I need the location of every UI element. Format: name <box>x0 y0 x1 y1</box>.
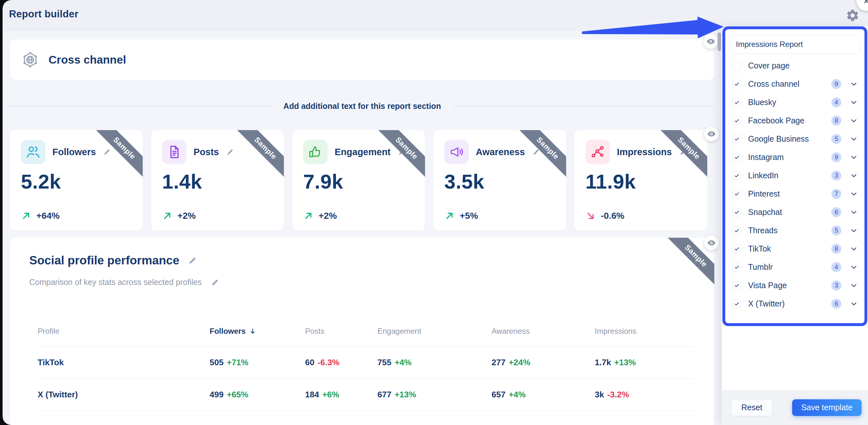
sidebar-section-item[interactable]: Tumblr 4 <box>730 258 860 276</box>
column-header-awareness[interactable]: Awareness <box>492 327 595 336</box>
sidebar-section-item[interactable]: X (Twitter) 6 <box>730 295 860 313</box>
sort-arrow-icon <box>249 327 256 335</box>
edit-metric-pencil-icon[interactable] <box>398 148 406 156</box>
performance-table: ProfileFollowersPostsEngagementAwareness… <box>38 316 695 411</box>
section-count-badge: 6 <box>831 207 841 217</box>
table-row[interactable]: TikTok505+71%60-6.3%755+4%277+24%1.7k+13… <box>38 347 695 379</box>
gear-icon[interactable] <box>845 8 860 23</box>
sidebar-section-item[interactable]: Google Business 5 <box>730 130 860 148</box>
followers-users-icon <box>21 140 45 164</box>
table-header-row: ProfileFollowersPostsEngagementAwareness… <box>38 316 695 347</box>
sidebar-section-item[interactable]: LinkedIn 3 <box>730 166 860 185</box>
section-checkbox[interactable] <box>732 263 741 271</box>
eye-icon[interactable] <box>704 34 718 49</box>
sidebar-section-item[interactable]: Pinterest 7 <box>730 185 860 203</box>
metric-cell: 60-6.3% <box>305 358 377 367</box>
cross-channel-globe-icon <box>21 51 39 69</box>
section-checkbox[interactable] <box>732 190 741 198</box>
section-checkbox[interactable] <box>732 226 741 235</box>
sidebar-section-item[interactable]: Facebook Page 8 <box>730 111 860 130</box>
chevron-down-icon[interactable] <box>850 171 858 180</box>
metric-cell: 755+4% <box>377 358 492 367</box>
chevron-down-icon[interactable] <box>850 263 858 271</box>
section-label: TikTok <box>748 244 831 254</box>
sidebar-section-item[interactable]: TikTok 8 <box>730 240 860 258</box>
metric-cell: 3k-3.2% <box>595 390 695 400</box>
sidebar-section-item[interactable]: Instagram 9 <box>730 148 860 166</box>
chevron-down-icon[interactable] <box>850 300 858 308</box>
chevron-down-icon[interactable] <box>850 208 858 217</box>
dotted-divider <box>10 106 270 107</box>
chevron-down-icon[interactable] <box>850 153 858 162</box>
metric-label: Impressions <box>617 147 672 157</box>
metric-value: 7.9k <box>303 170 414 193</box>
section-label: Google Business <box>748 134 831 143</box>
metric-label: Followers <box>53 147 96 157</box>
section-checkbox[interactable] <box>732 281 741 290</box>
section-checkbox[interactable] <box>732 98 741 107</box>
chevron-down-icon[interactable] <box>850 226 858 235</box>
section-checkbox[interactable] <box>732 135 741 143</box>
metric-change: +2% <box>318 211 337 221</box>
section-checkbox[interactable] <box>732 244 741 253</box>
section-label: Snapchat <box>748 207 831 217</box>
table-row[interactable]: X (Twitter)499+65%184+6%677+13%657+4%3k-… <box>38 379 695 411</box>
section-checkbox[interactable] <box>732 116 741 125</box>
sidebar-section-item[interactable]: Snapchat 6 <box>730 203 860 221</box>
column-header-posts[interactable]: Posts <box>305 327 377 336</box>
sidebar-section-item[interactable]: Bluesky 4 <box>730 93 860 111</box>
sidebar-section-item[interactable]: Cover page <box>730 57 860 75</box>
column-header-profile[interactable]: Profile <box>38 327 210 336</box>
social-performance-title: Social profile performance <box>29 254 179 267</box>
section-label: X (Twitter) <box>748 299 831 308</box>
eye-icon[interactable] <box>704 127 719 141</box>
metric-cell: 677+13% <box>377 390 492 400</box>
section-checkbox[interactable] <box>732 80 741 88</box>
section-checkbox[interactable] <box>732 208 741 217</box>
window-edge <box>0 0 3 425</box>
edit-metric-pencil-icon[interactable] <box>679 148 687 156</box>
chevron-down-icon[interactable] <box>850 98 858 107</box>
trend-arrow-icon <box>303 211 313 221</box>
save-template-button[interactable]: Save template <box>792 399 862 416</box>
sidebar-section-item[interactable]: Cross channel 9 <box>730 75 860 93</box>
chevron-down-icon[interactable] <box>850 135 858 143</box>
section-label: Cover page <box>748 61 831 70</box>
add-section-text[interactable]: Add additional text for this report sect… <box>10 101 714 111</box>
profile-name: X (Twitter) <box>38 390 210 400</box>
eye-icon[interactable] <box>704 235 719 250</box>
metric-label: Engagement <box>335 147 391 157</box>
edit-metric-pencil-icon[interactable] <box>103 148 111 156</box>
section-checkbox[interactable] <box>732 153 741 162</box>
section-checkbox[interactable] <box>732 299 741 308</box>
scrollbar-thumb[interactable] <box>717 32 721 51</box>
column-header-followers[interactable]: Followers <box>210 327 305 336</box>
chevron-down-icon[interactable] <box>850 282 858 290</box>
edit-subtitle-pencil-icon[interactable] <box>211 278 220 287</box>
metric-value: 5.2k <box>21 170 132 193</box>
metric-change: +5% <box>460 211 478 221</box>
section-checkbox[interactable] <box>732 61 741 70</box>
section-count-badge: 8 <box>831 116 841 126</box>
cross-channel-section-card: Cross channel <box>10 39 714 80</box>
reset-button[interactable]: Reset <box>732 399 772 416</box>
screenshot-root: Report builder Cross channel Add additio… <box>0 0 868 425</box>
column-header-engagement[interactable]: Engagement <box>377 327 492 336</box>
social-performance-subtitle: Comparison of key stats across selected … <box>29 277 202 287</box>
metric-label: Awareness <box>476 147 525 157</box>
chevron-down-icon[interactable] <box>850 117 858 125</box>
column-header-impressions[interactable]: Impressions <box>595 327 695 336</box>
profile-name: TikTok <box>38 358 210 367</box>
cross-channel-title: Cross channel <box>49 53 126 66</box>
section-checkbox[interactable] <box>732 171 741 180</box>
sidebar-section-item[interactable]: Vista Page 3 <box>730 276 860 295</box>
add-section-text-label: Add additional text for this report sect… <box>270 101 454 111</box>
edit-metric-pencil-icon[interactable] <box>226 148 235 156</box>
sidebar-section-item[interactable]: Threads 5 <box>730 221 860 240</box>
edit-title-pencil-icon[interactable] <box>188 256 197 265</box>
report-name-input[interactable] <box>730 35 860 54</box>
chevron-down-icon[interactable] <box>850 80 858 88</box>
edit-metric-pencil-icon[interactable] <box>532 148 540 156</box>
chevron-down-icon[interactable] <box>850 245 858 253</box>
chevron-down-icon[interactable] <box>850 190 858 198</box>
